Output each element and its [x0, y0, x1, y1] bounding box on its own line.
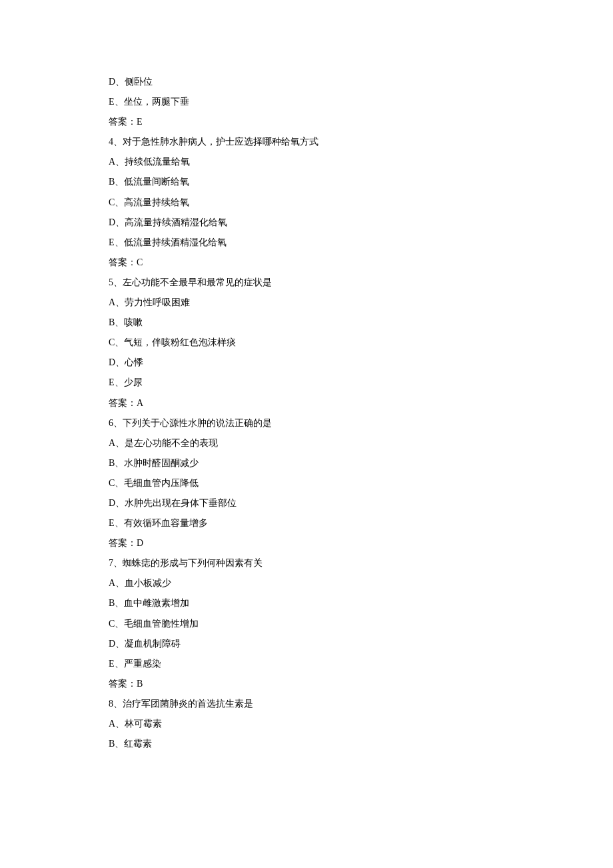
option-text: D、心悸 [109, 353, 508, 373]
option-text: E、坐位，两腿下垂 [109, 92, 508, 112]
option-text: D、侧卧位 [109, 72, 508, 92]
question-text: 8、治疗军团菌肺炎的首选抗生素是 [109, 694, 508, 714]
option-text: B、血中雌激素增加 [109, 593, 508, 613]
option-text: B、低流量间断给氧 [109, 172, 508, 192]
option-text: C、高流量持续给氧 [109, 193, 508, 213]
answer-text: 答案：E [109, 112, 508, 132]
option-text: D、高流量持续酒精湿化给氧 [109, 213, 508, 233]
option-text: D、凝血机制障碍 [109, 634, 508, 654]
option-text: E、少尿 [109, 373, 508, 393]
option-text: A、劳力性呼吸困难 [109, 293, 508, 313]
option-text: A、持续低流量给氧 [109, 152, 508, 172]
document-page: D、侧卧位 E、坐位，两腿下垂 答案：E 4、对于急性肺水肿病人，护士应选择哪种… [0, 0, 508, 807]
question-text: 6、下列关于心源性水肿的说法正确的是 [109, 413, 508, 433]
question-text: 4、对于急性肺水肿病人，护士应选择哪种给氧方式 [109, 132, 508, 152]
question-text: 5、左心功能不全最早和最常见的症状是 [109, 273, 508, 293]
option-text: B、水肿时醛固酮减少 [109, 453, 508, 473]
answer-text: 答案：D [109, 533, 508, 553]
answer-text: 答案：A [109, 393, 508, 413]
option-text: C、气短，伴咳粉红色泡沫样痰 [109, 333, 508, 353]
option-text: E、严重感染 [109, 654, 508, 674]
option-text: A、林可霉素 [109, 714, 508, 734]
answer-text: 答案：B [109, 674, 508, 694]
option-text: D、水肿先出现在身体下垂部位 [109, 493, 508, 513]
answer-text: 答案：C [109, 253, 508, 273]
option-text: E、低流量持续酒精湿化给氧 [109, 233, 508, 253]
option-text: C、毛细血管脆性增加 [109, 614, 508, 634]
option-text: E、有效循环血容量增多 [109, 513, 508, 533]
option-text: A、是左心功能不全的表现 [109, 433, 508, 453]
option-text: B、咳嗽 [109, 313, 508, 333]
option-text: B、红霉素 [109, 734, 508, 754]
option-text: A、血小板减少 [109, 573, 508, 593]
question-text: 7、蜘蛛痣的形成与下列何种因素有关 [109, 553, 508, 573]
option-text: C、毛细血管内压降低 [109, 473, 508, 493]
